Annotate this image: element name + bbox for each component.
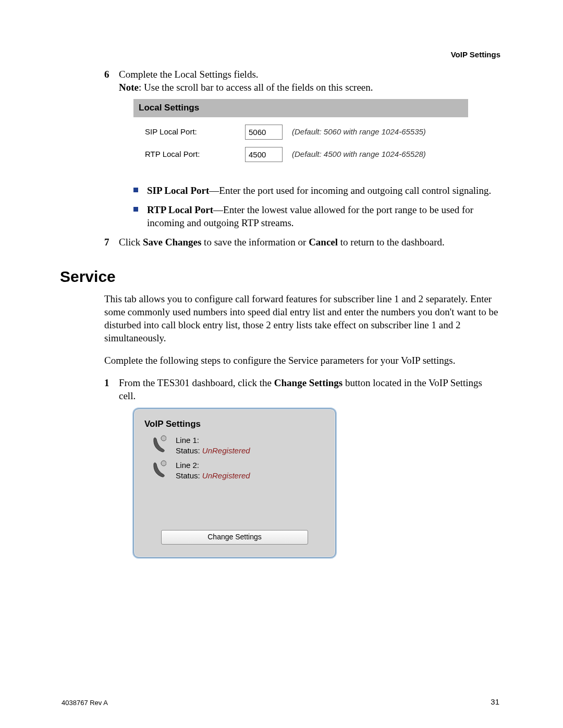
footer-page-number: 31 bbox=[491, 697, 499, 707]
phone-icon bbox=[152, 460, 166, 478]
service-step-1-btn: Change Settings bbox=[274, 377, 342, 388]
step-6-note-label: Note bbox=[119, 82, 139, 93]
bullet-sip-bold: SIP Local Port bbox=[147, 185, 209, 196]
sip-local-port-hint: (Default: 5060 with range 1024-65535) bbox=[292, 127, 426, 137]
voip-settings-card: VoIP Settings Line 1: Status: UnRegister… bbox=[133, 409, 336, 558]
step-6-number: 6 bbox=[104, 68, 109, 81]
step-7-number: 7 bbox=[104, 236, 109, 249]
service-step-1: 1 From the TES301 dashboard, click the C… bbox=[104, 376, 500, 558]
step-7-pre: Click bbox=[119, 237, 143, 248]
change-settings-button[interactable]: Change Settings bbox=[161, 530, 308, 545]
voip-line-2-label: Line 2: bbox=[176, 460, 250, 471]
step-7: 7 Click Save Changes to save the informa… bbox=[104, 236, 500, 249]
step-7-post: to return to the dashboard. bbox=[338, 237, 445, 248]
rtp-local-port-input[interactable] bbox=[245, 147, 283, 162]
voip-line-2: Line 2: Status: UnRegistered bbox=[134, 459, 335, 484]
service-step-1-pre: From the TES301 dashboard, click the bbox=[119, 377, 274, 388]
voip-line-2-status-label: Status: bbox=[176, 471, 202, 480]
svg-point-1 bbox=[161, 461, 166, 466]
service-paragraph-2: Complete the following steps to configur… bbox=[104, 354, 500, 367]
voip-line-1: Line 1: Status: UnRegistered bbox=[134, 434, 335, 459]
voip-line-1-status-value: UnRegistered bbox=[202, 446, 250, 455]
service-heading: Service bbox=[60, 266, 500, 287]
step-6: 6 Complete the Local Settings fields. No… bbox=[104, 68, 500, 229]
service-step-1-number: 1 bbox=[104, 376, 109, 389]
rtp-local-port-row: RTP Local Port: (Default: 4500 with rang… bbox=[145, 147, 461, 162]
service-paragraph-1: This tab allows you to configure call fo… bbox=[104, 292, 500, 344]
page-header-section: VoIP Settings bbox=[451, 50, 500, 60]
local-settings-panel: Local Settings SIP Local Port: (Default:… bbox=[133, 99, 468, 174]
rtp-local-port-hint: (Default: 4500 with range 1024-65528) bbox=[292, 149, 426, 159]
sip-local-port-label: SIP Local Port: bbox=[145, 127, 245, 137]
step-6-line1: Complete the Local Settings fields. bbox=[119, 69, 259, 80]
phone-icon bbox=[152, 435, 166, 453]
svg-point-0 bbox=[161, 436, 166, 441]
step-7-mid: to save the information or bbox=[201, 237, 309, 248]
footer-doc-id: 4038767 Rev A bbox=[62, 698, 108, 707]
sip-local-port-row: SIP Local Port: (Default: 5060 with rang… bbox=[145, 125, 461, 140]
voip-line-1-label: Line 1: bbox=[176, 435, 250, 446]
voip-line-2-status-value: UnRegistered bbox=[202, 471, 250, 480]
voip-line-1-status-label: Status: bbox=[176, 446, 202, 455]
step-6-note-rest: : Use the scroll bar to access all of th… bbox=[139, 82, 373, 93]
step-7-cancel: Cancel bbox=[309, 237, 338, 248]
bullet-sip-local-port: SIP Local Port—Enter the port used for i… bbox=[133, 184, 500, 197]
bullet-rtp-bold: RTP Local Port bbox=[147, 204, 213, 215]
bullet-rtp-local-port: RTP Local Port—Enter the lowest value al… bbox=[133, 203, 500, 229]
step-7-save: Save Changes bbox=[143, 237, 201, 248]
bullet-sip-rest: —Enter the port used for incoming and ou… bbox=[209, 185, 491, 196]
rtp-local-port-label: RTP Local Port: bbox=[145, 149, 245, 159]
voip-card-title: VoIP Settings bbox=[134, 409, 335, 434]
sip-local-port-input[interactable] bbox=[245, 125, 283, 140]
local-settings-title: Local Settings bbox=[133, 99, 468, 117]
